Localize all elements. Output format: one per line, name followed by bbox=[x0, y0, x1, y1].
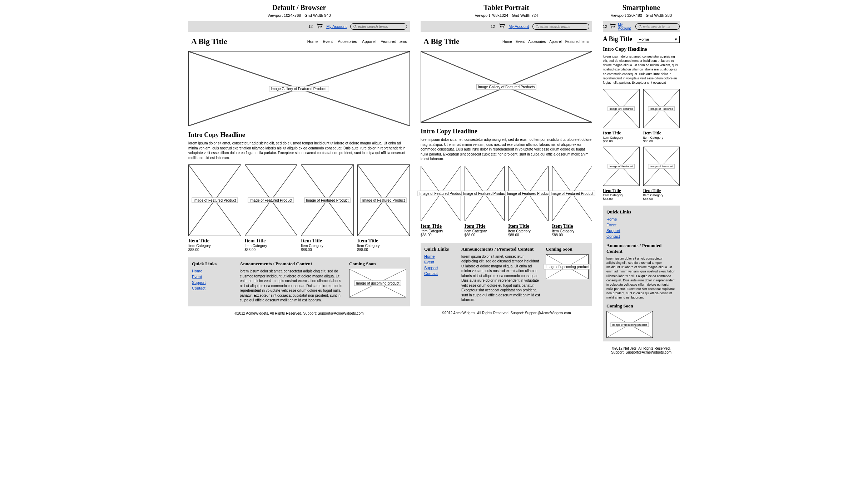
coming-soon-image[interactable]: Image of upcoming product bbox=[349, 269, 406, 297]
nav-event[interactable]: Event bbox=[516, 40, 525, 44]
product-card[interactable]: Image of Featured Product Item Title Ite… bbox=[301, 164, 354, 252]
my-account-link[interactable]: My Account bbox=[326, 24, 347, 29]
ql-contact[interactable]: Contact bbox=[192, 286, 235, 290]
nav: Home Event Accesories Apparel Featured I… bbox=[307, 39, 407, 44]
quick-links-heading: Quick Links bbox=[606, 209, 676, 215]
ql-support[interactable]: Support bbox=[606, 228, 676, 233]
svg-point-33 bbox=[614, 27, 615, 28]
hero-gallery-label: Image Gallery of Featured Products bbox=[269, 86, 329, 92]
cart-icon[interactable] bbox=[499, 24, 505, 30]
product-image-label: Image of Featured Product bbox=[505, 191, 551, 196]
hero-gallery[interactable]: Image Gallery of Featured Products bbox=[188, 51, 410, 126]
product-image-label: Image of Featured Product bbox=[418, 191, 464, 196]
viewport-phone: Viewport 320x480 - Grid Width 280 bbox=[611, 13, 672, 18]
ql-home[interactable]: Home bbox=[424, 254, 456, 258]
search-input[interactable] bbox=[358, 25, 404, 29]
product-card[interactable]: Image of Featured Product Item Title Ite… bbox=[552, 166, 592, 237]
product-image: Image of Featured Product bbox=[188, 164, 241, 236]
item-title[interactable]: Item Title bbox=[301, 238, 354, 244]
column-title-phone: Smartphone bbox=[623, 4, 660, 12]
nav-home[interactable]: Home bbox=[307, 39, 318, 44]
product-card[interactable]: Image of Featured Item Title Item Catego… bbox=[603, 89, 640, 143]
quick-links-heading: Quick Links bbox=[424, 246, 456, 252]
item-title[interactable]: Item Title bbox=[465, 223, 505, 229]
product-image: Image of Featured Product bbox=[552, 166, 592, 221]
product-card[interactable]: Image of Featured Item Title Item Catego… bbox=[643, 89, 680, 143]
item-price: $88.00 bbox=[552, 233, 592, 237]
ql-home[interactable]: Home bbox=[606, 217, 676, 221]
product-card[interactable]: Image of Featured Item Title Item Catego… bbox=[643, 147, 680, 201]
product-card[interactable]: Image of Featured Product Item Title Ite… bbox=[508, 166, 549, 237]
cart-icon[interactable] bbox=[609, 24, 616, 30]
nav-featured[interactable]: Featured Items bbox=[565, 40, 589, 44]
nav-home[interactable]: Home bbox=[502, 40, 512, 44]
item-title[interactable]: Item Title bbox=[508, 223, 549, 229]
page-title: A Big Title bbox=[423, 37, 460, 46]
my-account-link[interactable]: My Account bbox=[618, 23, 633, 30]
coming-soon-label: Image of upcoming product bbox=[354, 281, 401, 286]
svg-line-35 bbox=[641, 27, 641, 28]
search-box[interactable] bbox=[532, 23, 589, 30]
product-card[interactable]: Image of Featured Product Item Title Ite… bbox=[421, 166, 461, 237]
svg-point-2 bbox=[354, 25, 356, 27]
item-title[interactable]: Item Title bbox=[421, 223, 461, 229]
coming-soon-image[interactable]: Image of upcoming product bbox=[606, 311, 653, 338]
my-account-link[interactable]: My Account bbox=[509, 24, 529, 29]
product-card[interactable]: Image of Featured Item Title Item Catego… bbox=[603, 147, 640, 201]
announcements-body: lorem ipsum dolor sit amet, consectetur … bbox=[461, 254, 541, 302]
search-input[interactable] bbox=[643, 25, 676, 28]
nav-apparel[interactable]: Apparel bbox=[362, 39, 376, 44]
item-price: $88.00 bbox=[357, 248, 410, 252]
ql-contact[interactable]: Contact bbox=[424, 271, 456, 276]
chevron-down-icon: ▼ bbox=[674, 37, 678, 41]
product-card[interactable]: Image of Featured Product Item Title Ite… bbox=[357, 164, 410, 252]
search-box[interactable] bbox=[635, 23, 680, 30]
item-category: Item Category bbox=[603, 136, 640, 139]
nav-accessories[interactable]: Accesories bbox=[528, 40, 546, 44]
search-icon bbox=[639, 25, 642, 28]
ql-contact[interactable]: Contact bbox=[606, 234, 676, 238]
nav-featured[interactable]: Featured Items bbox=[381, 39, 407, 44]
item-title[interactable]: Item Title bbox=[552, 223, 592, 229]
search-box[interactable] bbox=[350, 23, 407, 30]
item-category: Item Category bbox=[552, 229, 592, 233]
ql-home[interactable]: Home bbox=[192, 269, 235, 273]
item-title[interactable]: Item Title bbox=[643, 188, 680, 193]
item-title[interactable]: Item Title bbox=[188, 238, 241, 244]
nav-event[interactable]: Event bbox=[323, 39, 333, 44]
nav-select[interactable]: Home ▼ bbox=[637, 36, 680, 43]
ql-event[interactable]: Event bbox=[424, 260, 456, 264]
product-image: Image of Featured Product bbox=[465, 166, 505, 221]
item-price: $88.00 bbox=[508, 233, 549, 237]
item-title[interactable]: Item Title bbox=[357, 238, 410, 244]
cart-count: 12 bbox=[603, 24, 607, 29]
svg-line-3 bbox=[356, 27, 356, 28]
ql-support[interactable]: Support bbox=[424, 266, 456, 270]
hero-gallery[interactable]: Image Gallery of Featured Products bbox=[421, 51, 592, 123]
svg-point-16 bbox=[501, 27, 502, 28]
product-card[interactable]: Image of Featured Product Item Title Ite… bbox=[245, 164, 298, 252]
coming-soon-heading: Coming Soon bbox=[546, 246, 589, 252]
ql-support[interactable]: Support bbox=[192, 280, 235, 285]
column-title-desktop: Default / Browser bbox=[272, 4, 326, 12]
item-category: Item Category bbox=[357, 244, 410, 248]
ql-event[interactable]: Event bbox=[606, 223, 676, 227]
cart-icon[interactable] bbox=[316, 24, 323, 30]
item-title[interactable]: Item Title bbox=[603, 130, 640, 136]
item-price: $88.00 bbox=[421, 233, 461, 237]
svg-point-34 bbox=[639, 25, 641, 27]
nav-apparel[interactable]: Apparel bbox=[549, 40, 561, 44]
product-image: Image of Featured Product bbox=[301, 164, 354, 236]
item-title[interactable]: Item Title bbox=[603, 188, 640, 193]
item-title[interactable]: Item Title bbox=[245, 238, 298, 244]
ql-event[interactable]: Event bbox=[192, 275, 235, 279]
nav-accessories[interactable]: Accesories bbox=[338, 39, 357, 44]
product-image-label: Image of Featured bbox=[648, 164, 675, 168]
item-title[interactable]: Item Title bbox=[643, 130, 680, 136]
product-card[interactable]: Image of Featured Product Item Title Ite… bbox=[188, 164, 241, 252]
search-input[interactable] bbox=[540, 25, 586, 29]
coming-soon-image[interactable]: Image of upcoming product bbox=[546, 254, 589, 279]
item-category: Item Category bbox=[301, 244, 354, 248]
product-card[interactable]: Image of Featured Product Item Title Ite… bbox=[465, 166, 505, 237]
intro-body: lorem ipsum dolor sit amet, consectetur … bbox=[188, 141, 410, 160]
